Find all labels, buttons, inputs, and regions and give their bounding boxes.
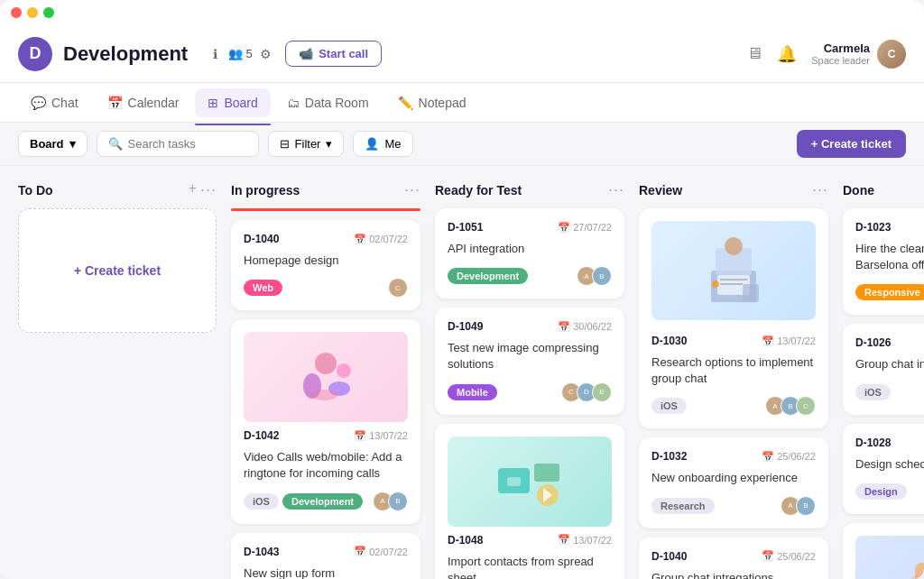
header-right: 🖥 🔔 Carmela Space leader C xyxy=(746,40,906,69)
card-avatars: A B xyxy=(781,496,816,516)
card-footer: iOS A xyxy=(855,382,924,402)
avatar: E xyxy=(592,382,612,402)
column-rft-title: Ready for Test xyxy=(435,183,522,198)
chat-icon: 💬 xyxy=(31,96,46,110)
calendar-icon: 📅 xyxy=(354,430,366,442)
nav-bar: 💬 Chat 📅 Calendar ⊞ Board 🗂 Data Room ✏️… xyxy=(0,83,924,123)
card-D1032[interactable]: D-1032 📅 25/06/22 New onboarding experie… xyxy=(639,437,828,528)
card-title: Test new image compressing solutions xyxy=(448,340,612,372)
todo-more-icon[interactable]: ··· xyxy=(200,180,217,199)
svg-point-3 xyxy=(337,363,351,378)
card-done-image[interactable] xyxy=(843,523,924,579)
start-call-button[interactable]: 📹 Start call xyxy=(285,41,382,67)
card-D1042[interactable]: D-1042 📅 13/07/22 Video Calls web/mobile… xyxy=(231,319,420,523)
card-tags: iOS xyxy=(651,398,687,414)
bell-icon[interactable]: 🔔 xyxy=(777,44,797,64)
tab-calendar[interactable]: 📅 Calendar xyxy=(95,88,192,117)
review-more-icon[interactable]: ··· xyxy=(812,180,828,199)
card-header: D-1030 📅 13/07/22 xyxy=(651,335,816,347)
card-D1051[interactable]: D-1051 📅 27/07/22 API integration Develo… xyxy=(435,208,624,299)
column-review-title: Review xyxy=(639,183,682,198)
card-title: Homepage design xyxy=(244,253,408,269)
card-footer: Mobile C D E xyxy=(448,382,612,402)
card-id: D-1023 xyxy=(855,221,891,234)
tab-chat[interactable]: 💬 Chat xyxy=(18,88,91,117)
header-icon-group: ℹ 👥 5 ⚙ xyxy=(206,45,274,63)
settings-icon[interactable]: ⚙ xyxy=(256,45,274,63)
members-badge[interactable]: 👥 5 xyxy=(231,45,249,63)
create-ticket-col-button[interactable]: + Create ticket xyxy=(18,208,217,333)
tag-ios: iOS xyxy=(244,493,279,510)
card-D1040-review[interactable]: D-1040 📅 25/06/22 Group chat intregation… xyxy=(639,538,828,579)
card-D1048[interactable]: D-1048 📅 13/07/22 Import contacts from s… xyxy=(435,424,624,579)
avatar: B xyxy=(592,266,612,286)
tag-design: Design xyxy=(855,483,907,500)
card-D1023[interactable]: D-1023 📅 25 Hire the cleaning service fo… xyxy=(843,208,924,315)
card-date: 📅 25/06/22 xyxy=(762,451,816,463)
tag-development: Development xyxy=(282,493,363,510)
calendar-icon: 📅 xyxy=(558,222,570,234)
card-header: D-1049 📅 30/06/22 xyxy=(448,320,612,333)
board-icon: ⊞ xyxy=(208,96,218,110)
card-D1049[interactable]: D-1049 📅 30/06/22 Test new image compres… xyxy=(435,308,624,414)
tab-board[interactable]: ⊞ Board xyxy=(195,88,270,117)
user-role: Space leader xyxy=(811,55,870,66)
column-inprogress: In progress ··· D-1040 📅 02/07/22 Homepa… xyxy=(231,180,420,565)
avatar[interactable]: C xyxy=(877,40,906,69)
info-icon[interactable]: ℹ xyxy=(206,45,224,63)
board-toolbar: Board ▾ 🔍 ⊟ Filter ▾ 👤 Me + Create ticke… xyxy=(0,123,924,166)
card-avatars: A B xyxy=(577,266,612,286)
card-image-done xyxy=(855,536,924,579)
user-profile[interactable]: Carmela Space leader C xyxy=(811,40,906,69)
column-review-header: Review ··· xyxy=(639,180,828,199)
create-ticket-button[interactable]: + Create ticket xyxy=(797,130,906,158)
tag-mobile: Mobile xyxy=(448,384,497,400)
maximize-button[interactable] xyxy=(43,7,54,18)
calendar-icon: 📅 xyxy=(558,321,570,333)
tab-dataroom[interactable]: 🗂 Data Room xyxy=(274,88,382,117)
card-tags: iOS Development xyxy=(244,493,363,510)
card-header: D-1043 📅 02/07/22 xyxy=(244,546,408,558)
card-title: API integration xyxy=(448,241,612,257)
card-D1028[interactable]: D-1028 📅 25 Design schedule reports UI D… xyxy=(843,424,924,514)
column-done: Done ··· D-1023 📅 25 Hire the cleaning s… xyxy=(843,180,924,565)
card-id: D-1026 xyxy=(855,336,891,349)
filter-button[interactable]: ⊟ Filter ▾ xyxy=(268,131,345,157)
card-avatars: C D E xyxy=(561,382,612,402)
card-id: D-1040 xyxy=(651,550,687,563)
card-id: D-1048 xyxy=(448,534,483,547)
card-id: D-1040 xyxy=(244,233,279,245)
rft-more-icon[interactable]: ··· xyxy=(608,180,624,199)
column-done-header: Done ··· xyxy=(843,180,924,199)
people-icon: 👥 xyxy=(228,47,243,60)
search-input[interactable] xyxy=(128,137,247,151)
card-footer: Web C xyxy=(244,278,408,298)
column-inprogress-actions: ··· xyxy=(404,180,420,199)
card-tags: Development xyxy=(448,268,528,284)
board-dropdown[interactable]: Board ▾ xyxy=(18,131,88,157)
calendar-icon: 📅 xyxy=(354,546,366,557)
monitor-icon[interactable]: 🖥 xyxy=(746,44,762,63)
card-date: 📅 13/07/22 xyxy=(558,534,612,546)
card-D1040-inprogress[interactable]: D-1040 📅 02/07/22 Homepage design Web C xyxy=(231,220,420,310)
person-icon: 👤 xyxy=(365,137,379,151)
card-title: Video Calls web/mobile: Add a ringtone f… xyxy=(244,449,408,482)
calendar-icon: 📅 xyxy=(558,534,570,546)
tab-notepad[interactable]: ✏️ Notepad xyxy=(385,88,479,117)
card-title: Group chat intregations xyxy=(651,570,816,579)
card-D1026[interactable]: D-1026 📅 25 Group chat intregations iOS … xyxy=(843,324,924,414)
close-button[interactable] xyxy=(11,7,22,18)
me-button[interactable]: 👤 Me xyxy=(353,131,412,157)
add-todo-icon[interactable]: + xyxy=(189,180,197,199)
card-D1043[interactable]: D-1043 📅 02/07/22 New sign up form Web C xyxy=(231,533,420,579)
card-header: D-1042 📅 13/07/22 xyxy=(244,429,408,442)
card-footer: Research A B xyxy=(651,496,816,516)
card-date: 📅 02/07/22 xyxy=(354,546,408,557)
chevron-down-icon: ▾ xyxy=(69,137,76,151)
dataroom-icon: 🗂 xyxy=(287,96,300,110)
minimize-button[interactable] xyxy=(27,7,38,18)
calendar-icon: 📅 xyxy=(107,96,123,110)
card-D1030[interactable]: D-1030 📅 13/07/22 Research options to im… xyxy=(639,208,828,428)
inprogress-more-icon[interactable]: ··· xyxy=(404,180,420,199)
call-icon: 📹 xyxy=(299,47,313,60)
